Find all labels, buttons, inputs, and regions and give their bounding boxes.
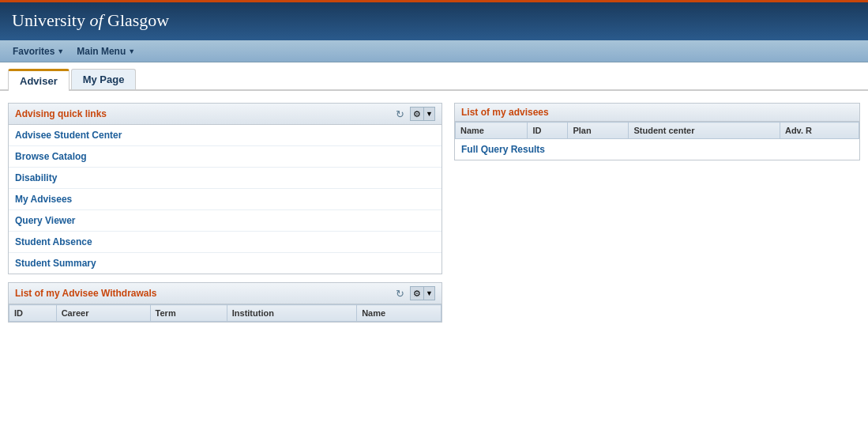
withdrawals-col-career: Career (56, 305, 150, 322)
university-logo: University of Glasgow (12, 10, 169, 31)
favorites-menu[interactable]: Favorites ▼ (6, 44, 70, 58)
withdrawals-col-id: ID (9, 305, 57, 322)
gear-icon: ⚙ (413, 109, 421, 119)
quick-link-my-advisees[interactable]: My Advisees (9, 189, 442, 210)
quick-links-widget: Advising quick links ↻ ⚙ ▼ Advise (8, 103, 442, 274)
advisees-table: NameIDPlanStudent centerAdv. R (455, 122, 859, 139)
full-query-results-link[interactable]: Full Query Results (455, 139, 859, 160)
left-panel: Advising quick links ↻ ⚙ ▼ Advise (8, 103, 442, 323)
gear-chevron-icon: ▼ (426, 289, 433, 297)
quick-links-gear-dropdown: ⚙ ▼ (410, 107, 435, 121)
quick-links-refresh-button[interactable]: ↻ (393, 108, 407, 121)
withdrawals-col-term: Term (150, 305, 227, 322)
gear-icon: ⚙ (413, 289, 421, 299)
quick-links-gear-dropdown-button[interactable]: ▼ (424, 107, 435, 121)
quick-links-header: Advising quick links ↻ ⚙ ▼ (9, 104, 442, 125)
advisees-header: List of my advisees (455, 104, 859, 122)
tab-mypage[interactable]: My Page (71, 69, 137, 89)
mainmenu-dropdown-icon: ▼ (128, 47, 135, 55)
withdrawals-table: IDCareerTermInstitutionName (9, 304, 442, 322)
right-panel: List of my advisees NameIDPlanStudent ce… (454, 103, 860, 323)
withdrawals-header: List of my Advisee Withdrawals ↻ ⚙ ▼ (9, 283, 442, 304)
advisees-col-adv.-r: Adv. R (780, 123, 859, 139)
withdrawals-actions: ↻ ⚙ ▼ (393, 286, 435, 300)
advisees-col-id: ID (528, 123, 568, 139)
advisees-widget: List of my advisees NameIDPlanStudent ce… (454, 103, 860, 160)
top-nav: Favorites ▼ Main Menu ▼ (0, 40, 868, 62)
advisees-col-plan: Plan (568, 123, 629, 139)
main-menu[interactable]: Main Menu ▼ (70, 44, 141, 58)
withdrawals-gear-dropdown: ⚙ ▼ (410, 286, 435, 300)
refresh-icon: ↻ (396, 288, 404, 300)
quick-links-gear-button[interactable]: ⚙ (410, 107, 424, 121)
gear-chevron-icon: ▼ (426, 110, 433, 118)
withdrawals-table-header-row: IDCareerTermInstitutionName (9, 305, 442, 322)
withdrawals-gear-button[interactable]: ⚙ (410, 286, 424, 300)
withdrawals-col-institution: Institution (227, 305, 356, 322)
quick-links-list: Advisee Student CenterBrowse CatalogDisa… (9, 125, 442, 274)
quick-links-actions: ↻ ⚙ ▼ (393, 107, 435, 121)
withdrawals-title: List of my Advisee Withdrawals (15, 288, 157, 299)
quick-link-student-summary[interactable]: Student Summary (9, 253, 442, 274)
main-content: Advising quick links ↻ ⚙ ▼ Advise (0, 91, 868, 334)
favorites-dropdown-icon: ▼ (57, 47, 64, 55)
tab-bar: Adviser My Page (0, 62, 868, 91)
withdrawals-col-name: Name (357, 305, 442, 322)
advisees-title: List of my advisees (461, 107, 549, 118)
quick-links-title: Advising quick links (15, 108, 107, 119)
advisees-table-header-row: NameIDPlanStudent centerAdv. R (456, 123, 859, 139)
quick-link-disability[interactable]: Disability (9, 168, 442, 189)
quick-link-student-absence[interactable]: Student Absence (9, 232, 442, 253)
header: University of Glasgow (0, 2, 868, 40)
advisees-col-name: Name (456, 123, 528, 139)
withdrawals-gear-dropdown-button[interactable]: ▼ (424, 286, 435, 300)
quick-link-query-viewer[interactable]: Query Viewer (9, 210, 442, 232)
refresh-icon: ↻ (396, 108, 404, 120)
withdrawals-refresh-button[interactable]: ↻ (393, 287, 407, 300)
quick-link-browse-catalog[interactable]: Browse Catalog (9, 146, 442, 168)
advisees-col-student-center: Student center (629, 123, 780, 139)
quick-link-advisee-student-center[interactable]: Advisee Student Center (9, 125, 442, 146)
withdrawals-widget: List of my Advisee Withdrawals ↻ ⚙ ▼ (8, 282, 442, 323)
tab-adviser[interactable]: Adviser (8, 69, 70, 91)
